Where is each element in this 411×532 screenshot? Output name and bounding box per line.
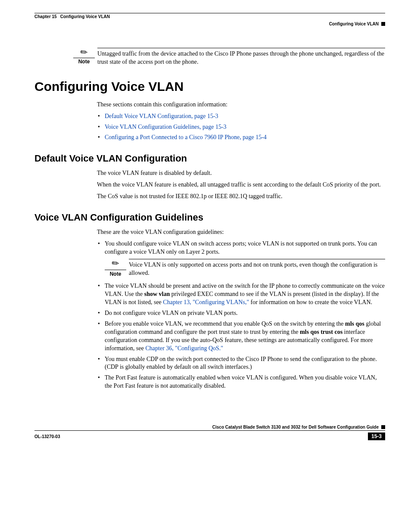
pencil-icon: ✎ [110, 258, 121, 269]
bullet-text: You should configure voice VLAN on switc… [105, 240, 377, 255]
chapter-label: Chapter 15 [34, 14, 57, 19]
note-block: ✎ Note Voice VLAN is only supported on a… [105, 259, 385, 278]
xref-link[interactable]: Chapter 36, "Configuring QoS." [145, 345, 223, 352]
note-text: Voice VLAN is only supported on access p… [129, 259, 385, 277]
section-heading-guidelines: Voice VLAN Configuration Guidelines [34, 212, 385, 223]
bullet-text-part: for information on how to create the voi… [249, 299, 372, 305]
page-footer: Cisco Catalyst Blade Switch 3130 and 303… [34, 425, 385, 440]
section-heading-default: Default Voice VLAN Configuration [34, 153, 385, 164]
bullet-text-part: Before you enable voice VLAN, we recomme… [105, 320, 345, 327]
list-item: Default Voice VLAN Configuration, page 1… [97, 112, 385, 121]
xref-link[interactable]: Chapter 13, "Configuring VLANs," [163, 299, 249, 305]
book-title: Cisco Catalyst Blade Switch 3130 and 303… [212, 425, 379, 429]
note-text: Untagged traffic from the device attache… [97, 48, 385, 66]
list-item: You must enable CDP on the switch port c… [97, 355, 385, 372]
list-item: You should configure voice VLAN on switc… [97, 240, 385, 278]
list-item: Voice VLAN Configuration Guidelines, pag… [97, 123, 385, 131]
page-title: Configuring Voice VLAN [34, 79, 385, 94]
note-label: Note [78, 59, 90, 65]
xref-link[interactable]: Default Voice VLAN Configuration, page 1… [105, 113, 218, 119]
paragraph: The CoS value is not trusted for IEEE 80… [97, 193, 385, 201]
bullet-text: You must enable CDP on the switch port c… [105, 356, 377, 370]
paragraph: The voice VLAN feature is disabled by de… [97, 169, 385, 177]
paragraph: When the voice VLAN feature is enabled, … [97, 181, 385, 189]
doc-number: OL-13270-03 [34, 434, 60, 439]
list-item: The Port Fast feature is automatically e… [97, 374, 385, 390]
list-item: The voice VLAN should be present and act… [97, 282, 385, 307]
note-label: Note [110, 271, 121, 277]
xref-link[interactable]: Voice VLAN Configuration Guidelines, pag… [105, 124, 227, 130]
command-name: show vlan [144, 291, 170, 297]
page-number-badge: 15-3 [368, 432, 385, 440]
intro-paragraph: These sections contain this configuratio… [97, 101, 385, 109]
command-name: mls qos trust cos [300, 329, 342, 335]
header-marker-icon [381, 22, 385, 26]
bullet-text: Do not configure voice VLAN on private V… [105, 310, 238, 316]
page-header: Chapter 15 Configuring Voice VLAN [34, 14, 385, 19]
list-item: Before you enable voice VLAN, we recomme… [97, 320, 385, 353]
bullet-text: The Port Fast feature is automatically e… [105, 374, 377, 389]
list-item: Do not configure voice VLAN on private V… [97, 309, 385, 317]
pencil-icon: ✎ [78, 47, 90, 58]
footer-marker-icon [381, 425, 385, 429]
section-name: Configuring Voice VLAN [329, 22, 379, 26]
command-name: mls qos [345, 320, 364, 327]
list-item: Configuring a Port Connected to a Cisco … [97, 134, 385, 142]
note-block: ✎ Note Untagged traffic from the device … [73, 48, 385, 66]
chapter-title: Configuring Voice VLAN [60, 14, 110, 19]
paragraph: These are the voice VLAN configuration g… [97, 228, 385, 236]
header-rule [34, 13, 385, 13]
header-section-right: Configuring Voice VLAN [34, 22, 385, 26]
xref-link[interactable]: Configuring a Port Connected to a Cisco … [105, 134, 267, 140]
